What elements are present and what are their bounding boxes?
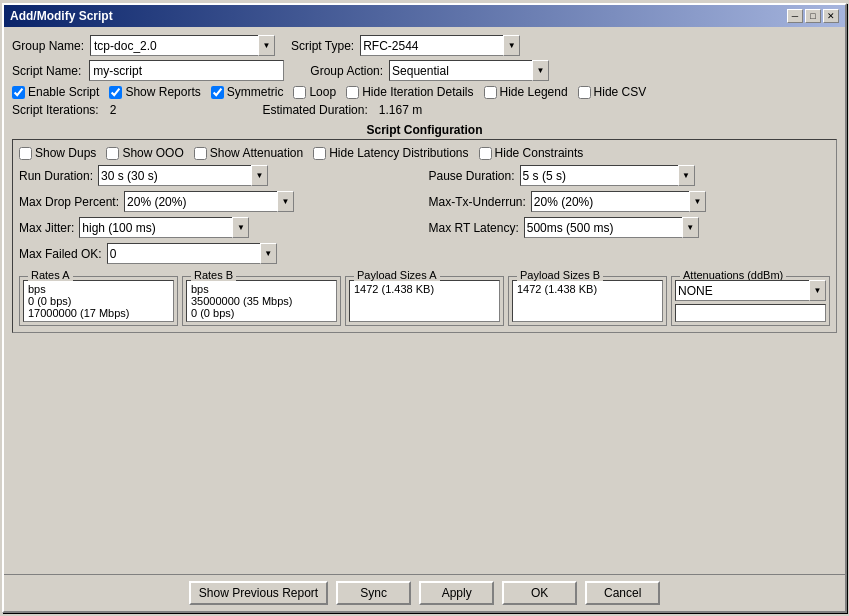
enable-script-checkbox[interactable]	[12, 86, 25, 99]
config-checkboxes-row: Show Dups Show OOO Show Attenuation Hide…	[19, 146, 830, 160]
row-checkboxes-1: Enable Script Show Reports Symmetric Loo…	[12, 85, 837, 99]
max-tx-underrun-group: Max-Tx-Underrun: 20% (20%) ▼	[429, 191, 831, 212]
estimated-duration-label: Estimated Duration:	[262, 103, 367, 117]
show-ooo-checkbox[interactable]	[106, 147, 119, 160]
max-tx-underrun-label: Max-Tx-Underrun:	[429, 195, 526, 209]
run-duration-select[interactable]: 30 s (30 s)	[98, 165, 268, 186]
group-name-label: Group Name:	[12, 39, 84, 53]
hide-iteration-details-checkbox[interactable]	[346, 86, 359, 99]
hide-legend-label: Hide Legend	[500, 85, 568, 99]
close-button[interactable]: ✕	[823, 9, 839, 23]
row-iterations-duration: Script Iterations: 2 Estimated Duration:…	[12, 103, 837, 117]
script-iterations-value: 2	[110, 103, 117, 117]
run-duration-wrapper: 30 s (30 s) ▼	[98, 165, 268, 186]
show-dups-checkbox-label[interactable]: Show Dups	[19, 146, 96, 160]
hide-iteration-details-checkbox-label[interactable]: Hide Iteration Details	[346, 85, 473, 99]
max-failed-ok-group: Max Failed OK: 0 ▼	[19, 243, 830, 264]
rates-a-group: Rates A bps 0 (0 bps) 17000000 (17 Mbps)	[19, 269, 178, 326]
payload-sizes-b-box: Payload Sizes B 1472 (1.438 KB)	[508, 276, 667, 326]
max-failed-ok-select[interactable]: 0	[107, 243, 277, 264]
max-drop-percent-select[interactable]: 20% (20%)	[124, 191, 294, 212]
run-duration-group: Run Duration: 30 s (30 s) ▼	[19, 165, 421, 186]
payload-sizes-a-title: Payload Sizes A	[354, 269, 440, 281]
max-rt-latency-label: Max RT Latency:	[429, 221, 519, 235]
sync-button[interactable]: Sync	[336, 581, 411, 605]
list-item: bps	[26, 283, 171, 295]
script-type-select[interactable]: RFC-2544	[360, 35, 520, 56]
title-bar: Add/Modify Script ─ □ ✕	[4, 5, 845, 27]
show-ooo-label: Show OOO	[122, 146, 183, 160]
enable-script-label: Enable Script	[28, 85, 99, 99]
apply-button[interactable]: Apply	[419, 581, 494, 605]
payload-sizes-a-listbox[interactable]: 1472 (1.438 KB)	[349, 280, 500, 322]
max-tx-underrun-wrapper: 20% (20%) ▼	[531, 191, 706, 212]
rates-b-title: Rates B	[191, 269, 236, 281]
group-action-label: Group Action:	[310, 64, 383, 78]
group-action-select[interactable]: Sequential	[389, 60, 549, 81]
attenuations-select-wrapper: NONE ▼	[675, 280, 826, 301]
hide-legend-checkbox-label[interactable]: Hide Legend	[484, 85, 568, 99]
minimize-button[interactable]: ─	[787, 9, 803, 23]
run-duration-label: Run Duration:	[19, 169, 93, 183]
max-drop-percent-label: Max Drop Percent:	[19, 195, 119, 209]
cancel-button[interactable]: Cancel	[585, 581, 660, 605]
maximize-button[interactable]: □	[805, 9, 821, 23]
estimated-duration-value: 1.167 m	[379, 103, 422, 117]
symmetric-checkbox-label[interactable]: Symmetric	[211, 85, 284, 99]
symmetric-checkbox[interactable]	[211, 86, 224, 99]
show-attenuation-checkbox-label[interactable]: Show Attenuation	[194, 146, 303, 160]
max-jitter-select[interactable]: high (100 ms)	[79, 217, 249, 238]
attenuations-listbox[interactable]	[675, 304, 826, 322]
group-action-wrapper: Sequential ▼	[389, 60, 549, 81]
ok-button[interactable]: OK	[502, 581, 577, 605]
show-reports-checkbox-label[interactable]: Show Reports	[109, 85, 200, 99]
max-jitter-rt-latency-row: Max Jitter: high (100 ms) ▼ Max RT Laten…	[19, 217, 830, 238]
enable-script-checkbox-label[interactable]: Enable Script	[12, 85, 99, 99]
row-script-group-action: Script Name: Group Action: Sequential ▼	[12, 60, 837, 81]
content-area: Group Name: ▼ Script Type: RFC-2544 ▼ Sc…	[4, 27, 845, 574]
attenuations-select[interactable]: NONE	[675, 280, 826, 301]
rates-b-listbox[interactable]: bps 35000000 (35 Mbps) 0 (0 bps)	[186, 280, 337, 322]
show-dups-checkbox[interactable]	[19, 147, 32, 160]
hide-latency-distributions-checkbox-label[interactable]: Hide Latency Distributions	[313, 146, 468, 160]
hide-csv-checkbox-label[interactable]: Hide CSV	[578, 85, 647, 99]
list-item: 35000000 (35 Mbps)	[189, 295, 334, 307]
loop-checkbox-label[interactable]: Loop	[293, 85, 336, 99]
show-reports-label: Show Reports	[125, 85, 200, 99]
main-window: Add/Modify Script ─ □ ✕ Group Name: ▼ Sc…	[2, 3, 847, 613]
group-name-input[interactable]	[90, 35, 275, 56]
title-bar-buttons: ─ □ ✕	[787, 9, 839, 23]
payload-sizes-b-listbox[interactable]: 1472 (1.438 KB)	[512, 280, 663, 322]
hide-latency-distributions-checkbox[interactable]	[313, 147, 326, 160]
hide-legend-checkbox[interactable]	[484, 86, 497, 99]
list-item: 1472 (1.438 KB)	[352, 283, 497, 295]
show-attenuation-label: Show Attenuation	[210, 146, 303, 160]
max-failed-ok-wrapper: 0 ▼	[107, 243, 277, 264]
pause-duration-select[interactable]: 5 s (5 s)	[520, 165, 695, 186]
hide-constraints-label: Hide Constraints	[495, 146, 584, 160]
show-reports-checkbox[interactable]	[109, 86, 122, 99]
max-rt-latency-select[interactable]: 500ms (500 ms)	[524, 217, 699, 238]
pause-duration-wrapper: 5 s (5 s) ▼	[520, 165, 695, 186]
hide-csv-checkbox[interactable]	[578, 86, 591, 99]
pause-duration-label: Pause Duration:	[429, 169, 515, 183]
hide-constraints-checkbox-label[interactable]: Hide Constraints	[479, 146, 584, 160]
show-attenuation-checkbox[interactable]	[194, 147, 207, 160]
max-failed-ok-row: Max Failed OK: 0 ▼	[19, 243, 830, 264]
hide-constraints-checkbox[interactable]	[479, 147, 492, 160]
script-type-label: Script Type:	[291, 39, 354, 53]
max-drop-group: Max Drop Percent: 20% (20%) ▼	[19, 191, 421, 212]
max-jitter-group: Max Jitter: high (100 ms) ▼	[19, 217, 421, 238]
max-tx-underrun-select[interactable]: 20% (20%)	[531, 191, 706, 212]
script-iterations-label: Script Iterations:	[12, 103, 99, 117]
script-name-input[interactable]	[89, 60, 284, 81]
show-ooo-checkbox-label[interactable]: Show OOO	[106, 146, 183, 160]
show-previous-report-button[interactable]: Show Previous Report	[189, 581, 328, 605]
list-item: 17000000 (17 Mbps)	[26, 307, 171, 319]
pause-duration-group: Pause Duration: 5 s (5 s) ▼	[429, 165, 831, 186]
loop-checkbox[interactable]	[293, 86, 306, 99]
rates-b-box: Rates B bps 35000000 (35 Mbps) 0 (0 bps)	[182, 276, 341, 326]
hide-iteration-details-label: Hide Iteration Details	[362, 85, 473, 99]
rates-a-listbox[interactable]: bps 0 (0 bps) 17000000 (17 Mbps)	[23, 280, 174, 322]
payload-sizes-b-group: Payload Sizes B 1472 (1.438 KB)	[508, 269, 667, 326]
